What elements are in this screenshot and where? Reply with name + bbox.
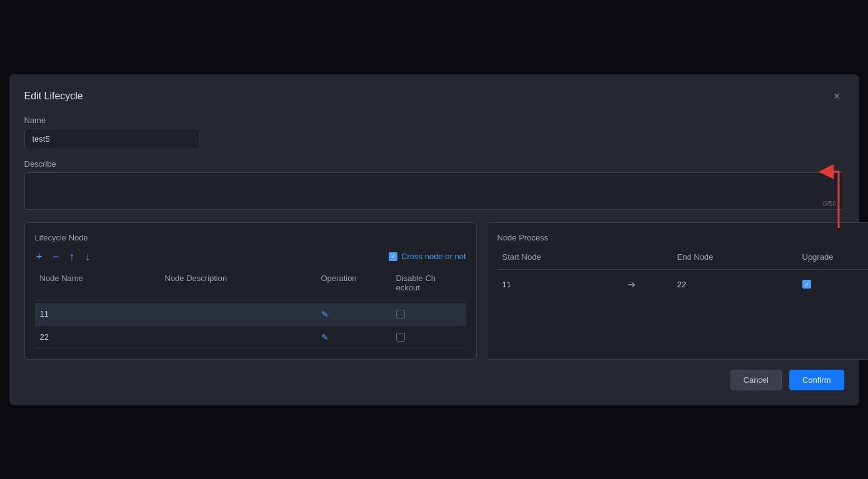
cross-node-text: Cross node or not (401, 252, 466, 261)
modal-footer: Cancel Confirm (24, 370, 844, 390)
cross-node-checkbox[interactable] (389, 252, 397, 261)
cancel-button[interactable]: Cancel (731, 370, 782, 390)
name-field-row: Name (24, 116, 844, 149)
arrow-icon: ➔ (627, 279, 636, 290)
node-name-cell: 11 (35, 307, 160, 321)
describe-input[interactable] (24, 172, 844, 210)
lifecycle-node-panel: Lifecycle Node + − ↑ ↓ Cross node or not… (24, 222, 477, 360)
col-disable-checkout: Disable Checkout (391, 271, 466, 295)
end-node-cell: 22 (672, 277, 797, 292)
upgrade-checkbox[interactable] (802, 280, 811, 289)
process-table-row[interactable]: 11 ➔ 22 (497, 272, 869, 297)
close-button[interactable]: × (830, 89, 844, 103)
move-up-button[interactable]: ↑ (68, 250, 76, 264)
disable-checkout-checkbox[interactable] (396, 333, 405, 342)
describe-field-wrapper: 0/50 (24, 172, 844, 212)
lifecycle-node-title: Lifecycle Node (35, 233, 466, 242)
edit-icon[interactable]: ✎ (321, 309, 329, 319)
modal-title: Edit Lifecycle (24, 91, 83, 102)
node-name-cell: 22 (35, 330, 160, 344)
col-node-name: Node Name (35, 271, 160, 295)
col-end-node: End Node (672, 250, 797, 264)
char-count: 0/50 (823, 200, 836, 207)
arrow-cell: ➔ (622, 276, 672, 293)
node-process-title: Node Process (497, 233, 869, 242)
cross-node-label[interactable]: Cross node or not (389, 252, 466, 261)
move-down-button[interactable]: ↓ (84, 250, 92, 264)
node-op-cell: ✎ (316, 330, 391, 345)
col-upgrade: Upgrade (797, 250, 869, 264)
table-row[interactable]: 22 ✎ (35, 326, 466, 349)
node-checkout-cell[interactable] (391, 330, 466, 344)
node-process-panel: Node Process Start Node End Node Upgrade… (487, 222, 869, 360)
col-start-node: Start Node (497, 250, 622, 264)
node-op-cell: ✎ (316, 307, 391, 322)
add-node-button[interactable]: + (35, 250, 44, 264)
panels-row: Lifecycle Node + − ↑ ↓ Cross node or not… (24, 222, 844, 360)
disable-checkout-checkbox[interactable] (396, 310, 405, 319)
name-input[interactable] (24, 129, 199, 149)
modal-backdrop: Edit Lifecycle × Name Describe 0/50 Life… (0, 0, 868, 479)
confirm-button[interactable]: Confirm (789, 370, 844, 390)
node-desc-cell (160, 335, 316, 340)
process-table-header: Start Node End Node Upgrade (497, 250, 869, 270)
upgrade-cell[interactable] (797, 277, 869, 291)
col-node-desc: Node Description (160, 271, 316, 295)
table-row[interactable]: 11 ✎ (35, 303, 466, 326)
edit-icon[interactable]: ✎ (321, 332, 329, 342)
node-desc-cell (160, 312, 316, 317)
lifecycle-node-toolbar: + − ↑ ↓ Cross node or not (35, 250, 466, 264)
modal-header: Edit Lifecycle × (24, 89, 844, 103)
node-table-header: Node Name Node Description Operation Dis… (35, 271, 466, 300)
describe-label: Describe (24, 159, 844, 169)
start-node-cell: 11 (497, 277, 622, 292)
node-checkout-cell[interactable] (391, 307, 466, 321)
remove-node-button[interactable]: − (51, 250, 61, 264)
edit-lifecycle-modal: Edit Lifecycle × Name Describe 0/50 Life… (9, 74, 859, 405)
col-operation: Operation (316, 271, 391, 295)
col-arrow-spacer (622, 250, 672, 264)
name-label: Name (24, 116, 844, 125)
